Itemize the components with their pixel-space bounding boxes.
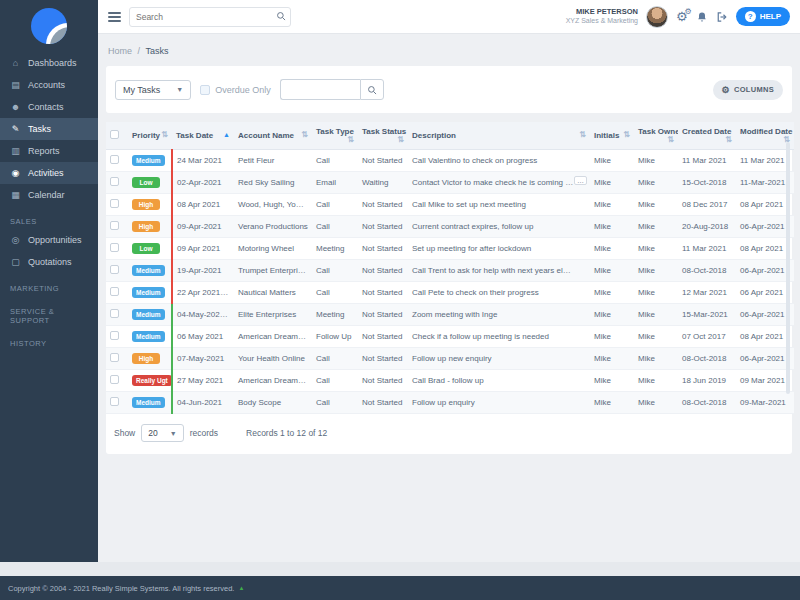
sidebar-item-contacts[interactable]: ☻ Contacts	[0, 96, 98, 118]
global-search-input[interactable]	[129, 7, 291, 27]
cell-description: Current contract expires, follow up…	[408, 216, 590, 238]
column-header-priority[interactable]: Priority⇅	[128, 122, 172, 150]
priority-badge: Medium	[132, 287, 165, 298]
scrollbar[interactable]	[786, 142, 790, 394]
table-row[interactable]: Low 02-Apr-2021 Red Sky Sailing Email Wa…	[106, 172, 794, 194]
row-checkbox[interactable]	[110, 221, 119, 230]
column-header-task-status[interactable]: Task Status⇅	[358, 122, 408, 150]
sort-ascending-icon[interactable]: ▲	[223, 131, 230, 139]
row-checkbox[interactable]	[110, 199, 119, 208]
menu-icon[interactable]	[108, 12, 121, 22]
table-row[interactable]: High 07-May-2021 Your Health Online Call…	[106, 348, 794, 370]
cell-task-date: 09 Apr 2021	[172, 238, 234, 260]
cell-task-owner: Mike	[634, 216, 678, 238]
sort-icon[interactable]: ⇅	[301, 131, 308, 139]
row-checkbox[interactable]	[110, 397, 119, 406]
cell-task-owner: Mike	[634, 392, 678, 414]
overdue-only-checkbox[interactable]	[200, 85, 210, 95]
sidebar-item-opportunities[interactable]: ◎ Opportunities	[0, 229, 98, 251]
table-search-button[interactable]	[360, 79, 384, 100]
settings-icon[interactable]: ⚙⚙	[676, 10, 688, 23]
sort-icon[interactable]: ⇅	[579, 131, 586, 139]
cell-account-name[interactable]: American Dreamers	[234, 326, 312, 348]
row-checkbox[interactable]	[110, 309, 119, 318]
overdue-only-filter[interactable]: Overdue Only	[200, 85, 271, 95]
table-row[interactable]: Medium 19-Apr-2021 Trumpet Enterprises C…	[106, 260, 794, 282]
cell-account-name[interactable]: Nautical Matters	[234, 282, 312, 304]
page-size-select[interactable]: 20 ▼	[141, 424, 183, 442]
row-checkbox[interactable]	[110, 287, 119, 296]
cell-account-name[interactable]: Body Scope	[234, 392, 312, 414]
column-header-task-date[interactable]: Task Date▲	[172, 122, 234, 150]
table-row[interactable]: Low 09 Apr 2021 Motoring Wheel Meeting N…	[106, 238, 794, 260]
cell-task-type: Call	[312, 216, 358, 238]
table-row[interactable]: Medium 04-May-2021 12:00 Elite Enterpris…	[106, 304, 794, 326]
cell-task-type: Call	[312, 392, 358, 414]
columns-button[interactable]: ⚙ COLUMNS	[713, 80, 783, 100]
row-checkbox[interactable]	[110, 375, 119, 384]
cell-modified-date: 09-Mar-2021	[736, 392, 794, 414]
cell-account-name[interactable]: Elite Enterprises	[234, 304, 312, 326]
cell-account-name[interactable]: Red Sky Sailing	[234, 172, 312, 194]
sort-icon[interactable]: ⇅	[347, 136, 354, 144]
cell-account-name[interactable]: Petit Fleur	[234, 150, 312, 172]
table-row[interactable]: Medium 24 Mar 2021 Petit Fleur Call Not …	[106, 150, 794, 172]
sidebar-item-reports[interactable]: ▥ Reports	[0, 140, 98, 162]
sort-icon[interactable]: ⇅	[667, 136, 674, 144]
sidebar-item-quotations[interactable]: ▢ Quotations	[0, 251, 98, 273]
sort-icon[interactable]: ⇅	[725, 136, 732, 144]
sidebar-item-dashboards[interactable]: ⌂ Dashboards	[0, 52, 98, 74]
row-checkbox[interactable]	[110, 243, 119, 252]
cell-description: Zoom meeting with Inge…	[408, 304, 590, 326]
brand-logo[interactable]	[0, 0, 98, 52]
column-header-task-type[interactable]: Task Type⇅	[312, 122, 358, 150]
table-row[interactable]: Medium 06 May 2021 American Dreamers Fol…	[106, 326, 794, 348]
sidebar-item-tasks[interactable]: ✎ Tasks	[0, 118, 98, 140]
row-checkbox[interactable]	[110, 177, 119, 186]
sidebar-section-marketing[interactable]: MARKETING	[0, 273, 98, 296]
cell-account-name[interactable]: Trumpet Enterprises	[234, 260, 312, 282]
table-row[interactable]: High 09-Apr-2021 Verano Productions Call…	[106, 216, 794, 238]
sidebar-section-history[interactable]: HISTORY	[0, 328, 98, 351]
sort-icon[interactable]: ⇅	[161, 131, 168, 139]
table-row[interactable]: Medium 04-Jun-2021 Body Scope Call Not S…	[106, 392, 794, 414]
row-checkbox[interactable]	[110, 155, 119, 164]
column-header-description[interactable]: Description⇅	[408, 122, 590, 150]
cell-account-name[interactable]: American Dreamers	[234, 370, 312, 392]
breadcrumb-home[interactable]: Home	[108, 46, 132, 56]
table-search-input[interactable]	[280, 79, 360, 100]
sidebar-item-accounts[interactable]: ▤ Accounts	[0, 74, 98, 96]
select-all-checkbox[interactable]	[110, 130, 119, 139]
description-ellipsis-button[interactable]: …	[574, 176, 587, 185]
column-header-initials[interactable]: Initials⇅	[590, 122, 634, 150]
table-row[interactable]: High 08 Apr 2021 Wood, Hugh, Young & Hyg…	[106, 194, 794, 216]
column-header-account-name[interactable]: Account Name⇅	[234, 122, 312, 150]
table-row[interactable]: Medium 22 Apr 2021 09:00 Nautical Matter…	[106, 282, 794, 304]
avatar[interactable]	[646, 6, 668, 28]
sidebar-section-service-support[interactable]: SERVICE & SUPPORT	[0, 296, 98, 328]
search-icon[interactable]	[276, 11, 286, 21]
priority-badge: Medium	[132, 331, 165, 342]
cell-account-name[interactable]: Wood, Hugh, Young & Hygell	[234, 194, 312, 216]
column-header-created-date[interactable]: Created Date⇅	[678, 122, 736, 150]
sort-icon[interactable]: ⇅	[623, 131, 630, 139]
row-checkbox[interactable]	[110, 265, 119, 274]
row-checkbox[interactable]	[110, 353, 119, 362]
sidebar-item-activities[interactable]: ◉ Activities	[0, 162, 98, 184]
sidebar-item-calendar[interactable]: ▦ Calendar	[0, 184, 98, 206]
table-row[interactable]: Really Ugt 27 May 2021 American Dreamers…	[106, 370, 794, 392]
cell-task-status: Not Started	[358, 238, 408, 260]
row-checkbox[interactable]	[110, 331, 119, 340]
cell-account-name[interactable]: Your Health Online	[234, 348, 312, 370]
breadcrumb-separator: /	[138, 46, 141, 56]
column-header-task-owner[interactable]: Task Owner⇅	[634, 122, 678, 150]
cell-account-name[interactable]: Motoring Wheel	[234, 238, 312, 260]
cell-account-name[interactable]: Verano Productions	[234, 216, 312, 238]
logout-icon[interactable]	[716, 11, 728, 23]
help-button[interactable]: ? HELP	[736, 7, 790, 26]
sort-icon[interactable]: ⇅	[397, 136, 404, 144]
cell-description: Call Mike to set up next meeting…	[408, 194, 590, 216]
view-select[interactable]: My Tasks ▼	[115, 80, 191, 100]
notifications-icon[interactable]	[696, 11, 708, 23]
user-menu[interactable]: MIKE PETERSON XYZ Sales & Marketing	[566, 7, 638, 25]
